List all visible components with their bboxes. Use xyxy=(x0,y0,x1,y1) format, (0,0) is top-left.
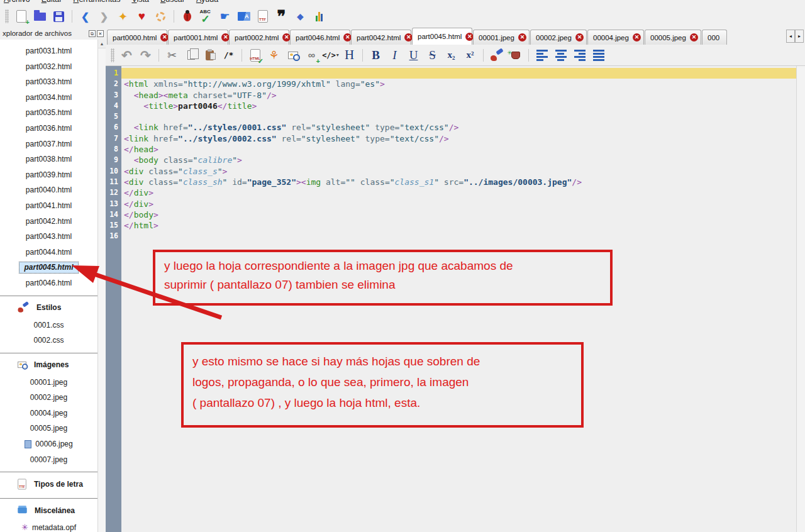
section-header-tipos-de-letra[interactable]: TTFTipos de letra xyxy=(0,474,97,494)
format-brush-button[interactable] xyxy=(488,47,505,64)
close-tab-icon[interactable]: ✕ xyxy=(518,33,526,42)
heading-button[interactable]: H xyxy=(341,47,358,64)
align-right-button[interactable] xyxy=(571,47,588,64)
html-validate-button[interactable]: HTML✓ xyxy=(247,47,264,64)
spellcheck-button[interactable]: ABC✓ xyxy=(197,8,214,25)
file-item-0002.css[interactable]: 0002.css xyxy=(0,333,97,348)
code-line-15[interactable]: </html> xyxy=(121,220,796,231)
tab-scroll-right-icon[interactable]: ▸ xyxy=(795,30,804,43)
code-line-11[interactable]: <div class="class_sh" id="page_352"><img… xyxy=(121,177,796,187)
toolbar-drag-handle[interactable] xyxy=(5,9,9,23)
code-line-12[interactable]: </div> xyxy=(121,187,796,198)
file-item-part0040.html[interactable]: part0040.html xyxy=(0,182,97,198)
toolbar-drag-handle[interactable] xyxy=(111,48,114,62)
menu-buscar[interactable]: Buscar xyxy=(160,0,185,6)
file-item-00007.jpeg[interactable]: 00007.jpeg xyxy=(0,452,97,468)
file-item-part0033.html[interactable]: part0033.html xyxy=(0,74,97,90)
menu-archivo[interactable]: Archivo xyxy=(4,0,30,6)
heart-button[interactable]: ♥ xyxy=(133,8,150,25)
dictionary-button[interactable]: A xyxy=(235,8,252,25)
bold-button[interactable]: B xyxy=(367,47,384,64)
underline-button[interactable]: U xyxy=(405,47,422,64)
tab-part0000.html[interactable]: part0000.html✕ xyxy=(107,30,167,45)
tab-part0002.html[interactable]: part0002.html✕ xyxy=(229,30,289,45)
tab-00005.jpeg[interactable]: 00005.jpeg✕ xyxy=(645,30,701,45)
file-item-00004.jpeg[interactable]: 00004.jpeg xyxy=(0,406,97,421)
section-header-miscelánea[interactable]: Miscelánea xyxy=(0,501,97,520)
tab-clipped[interactable]: 000 xyxy=(702,30,727,45)
scroll-up-icon[interactable]: ▲ xyxy=(98,40,106,48)
editor-scrollbar[interactable] xyxy=(796,66,805,532)
save-button[interactable] xyxy=(50,8,67,25)
tab-part0001.html[interactable]: part0001.html✕ xyxy=(168,30,228,45)
donate-circle-button[interactable] xyxy=(152,8,169,25)
file-item-part0032.html[interactable]: part0032.html xyxy=(0,59,97,75)
code-line-10[interactable]: <div class="class_s"> xyxy=(121,166,796,177)
file-item-00002.jpeg[interactable]: 00002.jpeg xyxy=(0,390,97,406)
code-line-5[interactable] xyxy=(121,111,796,122)
dropdown-caret-icon[interactable]: ▾ xyxy=(336,52,339,58)
section-header-imágenes[interactable]: Imágenes xyxy=(0,355,97,375)
file-item-part0046.html[interactable]: part0046.html xyxy=(0,275,97,291)
file-item-part0034.html[interactable]: part0034.html xyxy=(0,90,97,106)
menu-herramientas[interactable]: Herramientas xyxy=(73,0,120,6)
strike-button[interactable]: S xyxy=(424,47,441,64)
file-item-part0031.html[interactable]: part0031.html xyxy=(0,43,97,59)
menu-editar[interactable]: Editar xyxy=(42,0,62,6)
code-line-9[interactable]: <body class="calibre"> xyxy=(121,155,796,165)
comment-button[interactable]: /* xyxy=(220,47,237,64)
file-item-part0041.html[interactable]: part0041.html xyxy=(0,198,97,214)
close-tab-icon[interactable]: ✕ xyxy=(690,33,698,42)
file-item-part0042.html[interactable]: part0042.html xyxy=(0,214,97,230)
subscript-button[interactable]: x₂ xyxy=(443,47,460,64)
tab-part0045.html[interactable]: part0045.html✕ xyxy=(412,28,472,45)
file-item-part0044.html[interactable]: part0044.html xyxy=(0,245,97,260)
close-tab-icon[interactable]: ✕ xyxy=(575,33,584,42)
file-item-0001.css[interactable]: 0001.css xyxy=(0,318,97,333)
file-item-part0035.html[interactable]: part0035.html xyxy=(0,105,97,121)
tab-00001.jpeg[interactable]: 00001.jpeg✕ xyxy=(473,30,530,45)
file-item-00001.jpeg[interactable]: 00001.jpeg xyxy=(0,375,97,391)
new-file-button[interactable]: + xyxy=(13,8,30,25)
ttf-file-button[interactable]: TTF xyxy=(254,8,271,25)
sidebar-scrollbar[interactable]: ▲ xyxy=(97,40,106,532)
tab-part0042.html[interactable]: part0042.html✕ xyxy=(351,30,411,45)
file-item-part0039.html[interactable]: part0039.html xyxy=(0,167,97,183)
menu-vista[interactable]: Vista xyxy=(131,0,149,6)
bug-report-button[interactable] xyxy=(179,8,196,25)
superscript-button[interactable]: x² xyxy=(462,47,479,64)
undo-button[interactable]: ↶ xyxy=(118,47,135,64)
close-panel-icon[interactable]: ✕ xyxy=(97,30,104,37)
file-item-part0037.html[interactable]: part0037.html xyxy=(0,136,97,152)
file-item-part0036.html[interactable]: part0036.html xyxy=(0,121,97,136)
code-line-2[interactable]: <html xmlns="http://www.w3.org/1999/xhtm… xyxy=(121,79,796,89)
align-justify-button[interactable] xyxy=(590,47,607,64)
mend-code-button[interactable]: ☛ xyxy=(216,8,233,25)
code-line-1[interactable] xyxy=(121,68,796,79)
code-line-3[interactable]: <head><meta charset="UTF-8"/> xyxy=(121,90,796,101)
file-item-metadata.opf[interactable]: ✳metadata.opf xyxy=(0,520,97,532)
file-item-00005.jpeg[interactable]: 00005.jpeg xyxy=(0,421,97,436)
cut-button[interactable]: ✂ xyxy=(164,47,180,64)
code-line-4[interactable]: <title>part0046</title> xyxy=(121,101,796,111)
quotes-button[interactable]: ❞ xyxy=(273,8,290,25)
code-view-button[interactable]: </>▾ xyxy=(322,47,339,64)
menu-ayuda[interactable]: Ayuda xyxy=(196,0,218,6)
file-item-part0045.html[interactable]: part0045.html435 B xyxy=(0,260,97,275)
paste-button[interactable] xyxy=(201,47,218,64)
wand-button[interactable]: ✦ xyxy=(114,8,131,25)
format-bucket-button[interactable] xyxy=(507,47,524,64)
file-item-part0038.html[interactable]: part0038.html xyxy=(0,152,97,167)
section-header-estilos[interactable]: Estilos xyxy=(0,298,97,318)
open-folder-button[interactable] xyxy=(31,8,48,25)
code-line-14[interactable]: </body> xyxy=(121,209,796,220)
code-line-13[interactable]: </div> xyxy=(121,199,796,209)
tab-00004.jpeg[interactable]: 00004.jpeg✕ xyxy=(587,30,644,45)
code-line-16[interactable] xyxy=(121,231,796,241)
forward-button[interactable]: ❯ xyxy=(96,8,113,25)
code-line-8[interactable]: </head> xyxy=(121,144,796,155)
special-character-button[interactable]: ⚘ xyxy=(265,47,282,64)
file-item-part0043.html[interactable]: part0043.html xyxy=(0,229,97,245)
file-item-00006.jpeg[interactable]: 00006.jpeg xyxy=(0,436,97,452)
redo-button[interactable]: ↷ xyxy=(137,47,154,64)
